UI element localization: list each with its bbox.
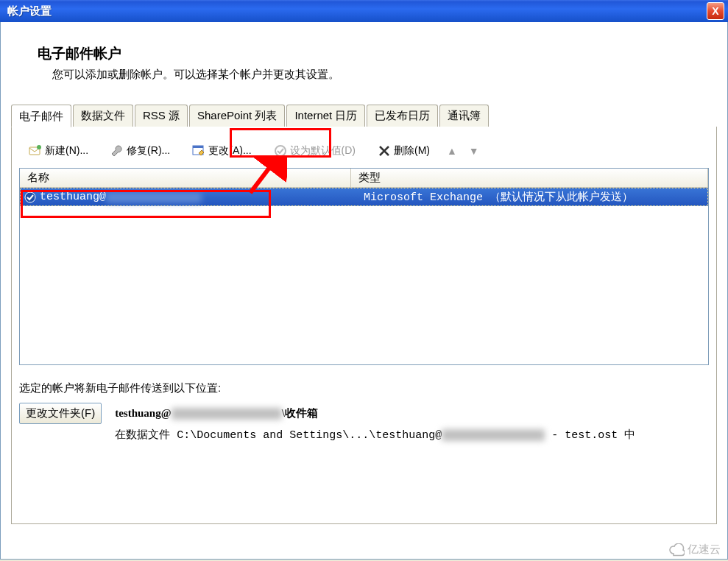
new-button[interactable]: 新建(N)...	[24, 141, 93, 160]
delete-label: 删除(M)	[394, 144, 430, 158]
change-button[interactable]: 更改(A)...	[187, 141, 256, 160]
svg-point-6	[275, 146, 286, 156]
delete-button[interactable]: 删除(M)	[372, 141, 435, 160]
mail-new-icon	[29, 144, 42, 158]
svg-point-7	[25, 192, 35, 202]
delivery-section: 选定的帐户将新电子邮件传送到以下位置: 更改文件夹(F) testhuang@\…	[19, 381, 709, 446]
list-header: 名称 类型	[20, 169, 708, 188]
watermark: 亿速云	[668, 543, 721, 557]
tab-datafiles[interactable]: 数据文件	[73, 105, 133, 127]
redacted-datafile	[442, 429, 545, 441]
tab-internetcal[interactable]: Internet 日历	[286, 105, 365, 127]
tab-publishedcal[interactable]: 已发布日历	[367, 105, 438, 127]
change-label: 更改(A)...	[208, 144, 251, 158]
dialog-body: 电子邮件帐户 您可以添加或删除帐户。可以选择某个帐户并更改其设置。 电子邮件 数…	[0, 22, 728, 560]
wrench-icon	[110, 144, 124, 158]
window-title: 帐户设置	[7, 4, 52, 18]
delivery-details: testhuang@\收件箱 在数据文件 C:\Documents and Se…	[115, 403, 709, 446]
page-title: 电子邮件帐户	[38, 44, 713, 63]
delete-x-icon	[378, 144, 391, 158]
account-row[interactable]: testhuang@ Microsoft Exchange （默认情况下从此帐户…	[20, 188, 708, 206]
repair-label: 修复(R)...	[127, 144, 170, 158]
change-folder-button[interactable]: 更改文件夹(F)	[19, 403, 102, 424]
tab-email[interactable]: 电子邮件	[11, 105, 71, 127]
header-section: 电子邮件帐户 您可以添加或删除帐户。可以选择某个帐户并更改其设置。	[1, 22, 727, 104]
tab-strip: 电子邮件 数据文件 RSS 源 SharePoint 列表 Internet 日…	[11, 105, 717, 127]
cloud-icon	[668, 543, 685, 557]
column-name[interactable]: 名称	[20, 169, 351, 187]
set-default-label: 设为默认值(D)	[290, 144, 356, 158]
redacted-mailbox	[172, 408, 282, 420]
tab-sharepoint[interactable]: SharePoint 列表	[189, 105, 285, 127]
new-label: 新建(N)...	[45, 144, 88, 158]
set-default-button: 设为默认值(D)	[269, 141, 361, 160]
repair-button[interactable]: 修复(R)...	[105, 141, 175, 160]
page-subtitle: 您可以添加或删除帐户。可以选择某个帐户并更改其设置。	[38, 68, 713, 82]
account-type: Microsoft Exchange （默认情况下从此帐户发送）	[356, 188, 707, 205]
svg-point-3	[37, 145, 41, 149]
toolbar: 新建(N)... 修复(R)... 更改(A)...	[19, 137, 709, 168]
titlebar: 帐户设置 X	[0, 0, 728, 22]
tab-panel: 新建(N)... 修复(R)... 更改(A)...	[11, 127, 717, 524]
tab-rss[interactable]: RSS 源	[135, 105, 188, 127]
tabs-container: 电子邮件 数据文件 RSS 源 SharePoint 列表 Internet 日…	[1, 104, 727, 524]
window-edit-icon	[192, 144, 205, 158]
tab-addressbook[interactable]: 通讯簿	[439, 105, 489, 127]
close-icon: X	[712, 5, 718, 17]
redacted-domain	[106, 192, 202, 202]
svg-rect-5	[193, 146, 203, 148]
close-button[interactable]: X	[707, 2, 724, 20]
list-rows: testhuang@ Microsoft Exchange （默认情况下从此帐户…	[20, 188, 708, 364]
move-up-icon: ▲	[447, 145, 457, 157]
move-down-icon: ▼	[469, 145, 479, 157]
account-list: 名称 类型 testhuang@ Microsoft Exchange （默认情…	[19, 168, 709, 365]
delivery-intro: 选定的帐户将新电子邮件传送到以下位置:	[19, 381, 709, 395]
default-indicator-icon	[21, 191, 40, 203]
check-circle-icon	[274, 144, 287, 158]
column-type[interactable]: 类型	[351, 169, 708, 187]
account-name: testhuang@	[40, 189, 356, 205]
